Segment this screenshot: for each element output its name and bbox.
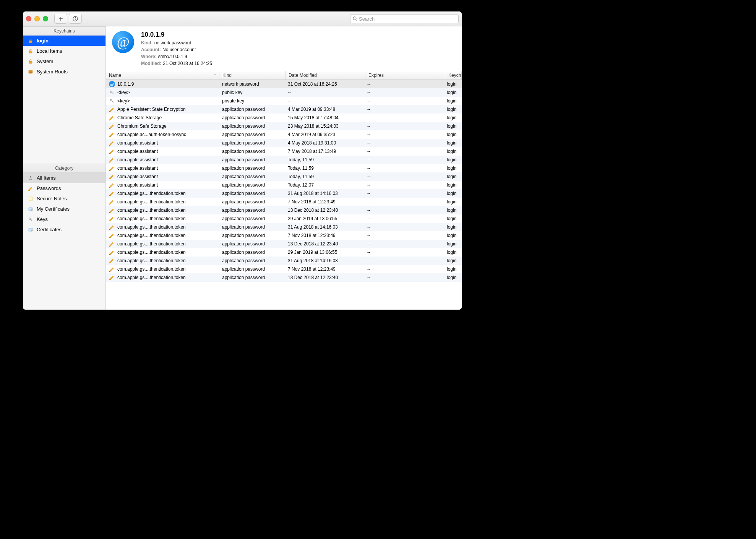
- detail-label: Where:: [141, 54, 157, 59]
- detail-value: network password: [154, 40, 191, 45]
- table-row[interactable]: Chromium Safe Storageapplication passwor…: [106, 122, 462, 130]
- table-body[interactable]: @10.0.1.9network password31 Oct 2018 at …: [106, 80, 462, 310]
- table-row[interactable]: com.apple.gs....thentication.tokenapplic…: [106, 214, 462, 223]
- cell-kind: application password: [219, 224, 285, 230]
- cell-kind: application password: [219, 123, 285, 129]
- table-header: Name˄KindDate ModifiedExpiresKeychain: [106, 71, 462, 80]
- keychain-item-login[interactable]: login: [23, 36, 105, 46]
- cell-expires: --: [364, 123, 444, 129]
- cell-kind: application password: [219, 241, 285, 247]
- cell-kind: application password: [219, 107, 285, 112]
- table-row[interactable]: com.apple.gs....thentication.tokenapplic…: [106, 273, 462, 282]
- note-icon: [28, 196, 34, 202]
- cell-name: com.apple.assistant: [117, 182, 158, 188]
- pencil-icon: [109, 216, 115, 222]
- column-header-kind[interactable]: Kind: [219, 71, 286, 80]
- cell-modified: 23 May 2018 at 15:24:03: [285, 123, 364, 129]
- detail-value: 31 Oct 2018 at 16:24:25: [163, 61, 212, 66]
- category-item-keys[interactable]: Keys: [23, 214, 105, 224]
- table-row[interactable]: com.apple.assistantapplication password7…: [106, 147, 462, 156]
- table-row[interactable]: com.apple.assistantapplication passwordT…: [106, 156, 462, 164]
- category-item-my-certificates[interactable]: My Certificates: [23, 204, 105, 214]
- table-row[interactable]: com.apple.gs....thentication.tokenapplic…: [106, 198, 462, 206]
- minimize-button[interactable]: [34, 16, 40, 21]
- keychain-label: Local Items: [37, 48, 62, 54]
- pencil-icon: [109, 249, 115, 255]
- cell-modified: Today, 12:07: [285, 182, 364, 188]
- pencil-icon: [109, 106, 115, 112]
- keychain-item-system-roots[interactable]: System Roots: [23, 67, 105, 77]
- cell-modified: 13 Dec 2018 at 12:23:40: [285, 241, 364, 247]
- titlebar: Search: [23, 11, 462, 26]
- table-row[interactable]: com.apple.gs....thentication.tokenapplic…: [106, 189, 462, 198]
- search-field[interactable]: Search: [350, 14, 459, 23]
- column-label: Name: [109, 71, 121, 80]
- main-pane: @ 10.0.1.9 Kind:network passwordAccount:…: [106, 26, 462, 310]
- pencil-icon: [109, 132, 115, 138]
- cell-keychain: login: [444, 174, 462, 179]
- category-item-secure-notes[interactable]: Secure Notes: [23, 193, 105, 204]
- table-row[interactable]: com.apple.assistantapplication passwordT…: [106, 181, 462, 189]
- table-row[interactable]: com.apple.gs....thentication.tokenapplic…: [106, 248, 462, 257]
- pencil-icon: [109, 165, 115, 171]
- table-row[interactable]: @10.0.1.9network password31 Oct 2018 at …: [106, 80, 462, 88]
- svg-rect-4: [29, 51, 32, 53]
- column-label: Expires: [368, 71, 384, 80]
- keychain-label: System: [37, 58, 53, 64]
- cell-expires: --: [364, 174, 444, 179]
- category-label: Certificates: [37, 227, 62, 232]
- info-button[interactable]: [69, 14, 82, 24]
- svg-rect-6: [29, 70, 32, 73]
- table-row[interactable]: com.apple.gs....thentication.tokenapplic…: [106, 231, 462, 240]
- category-item-all-items[interactable]: All Items: [23, 173, 105, 183]
- cell-name: com.apple.gs....thentication.token: [117, 275, 186, 280]
- zoom-button[interactable]: [43, 16, 48, 21]
- svg-rect-3: [29, 41, 32, 43]
- pencil-icon: [109, 207, 115, 213]
- table-row[interactable]: <key>private key----login: [106, 97, 462, 105]
- table-row[interactable]: com.apple.assistantapplication passwordT…: [106, 172, 462, 181]
- lock-open-icon: [28, 58, 34, 65]
- table-row[interactable]: com.apple.gs....thentication.tokenapplic…: [106, 206, 462, 214]
- cell-name: com.apple.assistant: [117, 149, 158, 154]
- detail-row: Modified:31 Oct 2018 at 16:24:25: [141, 60, 212, 67]
- cell-kind: application password: [219, 140, 285, 146]
- column-header-name[interactable]: Name˄: [106, 71, 219, 80]
- cell-name: com.apple.gs....thentication.token: [117, 191, 186, 196]
- cell-keychain: login: [444, 123, 462, 129]
- column-header-keychain[interactable]: Keychain: [445, 71, 462, 80]
- pencil-icon: [109, 266, 115, 272]
- keychain-item-local-items[interactable]: Local Items: [23, 46, 105, 56]
- cell-keychain: login: [444, 208, 462, 213]
- lock-open-icon: [28, 38, 34, 44]
- cell-expires: --: [364, 182, 444, 188]
- svg-point-1: [75, 18, 76, 18]
- table-row[interactable]: <key>public key----login: [106, 88, 462, 97]
- table-row[interactable]: com.apple.gs....thentication.tokenapplic…: [106, 240, 462, 248]
- keychain-item-system[interactable]: System: [23, 56, 105, 67]
- table-row[interactable]: com.apple.gs....thentication.tokenapplic…: [106, 265, 462, 273]
- table-row[interactable]: com.apple.ac...auth-token-nosyncapplicat…: [106, 130, 462, 139]
- table-row[interactable]: Chrome Safe Storageapplication password1…: [106, 114, 462, 122]
- category-item-certificates[interactable]: Certificates: [23, 224, 105, 235]
- table-row[interactable]: com.apple.assistantapplication password4…: [106, 139, 462, 147]
- cell-expires: --: [364, 241, 444, 247]
- svg-rect-7: [29, 71, 32, 71]
- detail-label: Account:: [141, 47, 161, 52]
- cell-modified: --: [285, 98, 364, 104]
- table-row[interactable]: com.apple.gs....thentication.tokenapplic…: [106, 257, 462, 265]
- column-label: Keychain: [448, 71, 462, 80]
- at-icon: @: [109, 81, 115, 87]
- category-item-passwords[interactable]: Passwords: [23, 183, 105, 193]
- cell-name: com.apple.assistant: [117, 157, 158, 162]
- column-header-date-modified[interactable]: Date Modified: [286, 71, 365, 80]
- cell-name: <key>: [117, 98, 130, 104]
- table-row[interactable]: Apple Persistent State Encryptionapplica…: [106, 105, 462, 114]
- column-header-expires[interactable]: Expires: [365, 71, 445, 80]
- add-button[interactable]: [54, 14, 67, 24]
- table-row[interactable]: com.apple.gs....thentication.tokenapplic…: [106, 223, 462, 231]
- cell-kind: application password: [219, 149, 285, 154]
- svg-point-2: [353, 17, 356, 20]
- close-button[interactable]: [26, 16, 31, 21]
- table-row[interactable]: com.apple.assistantapplication passwordT…: [106, 164, 462, 172]
